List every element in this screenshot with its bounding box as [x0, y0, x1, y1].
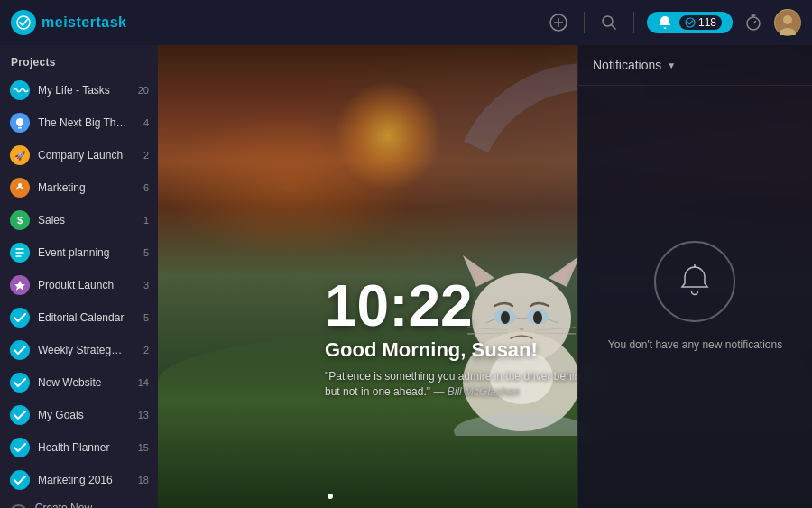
search-button[interactable] [597, 11, 621, 34]
svg-point-19 [10, 178, 30, 198]
svg-point-46 [454, 413, 589, 436]
topbar-actions: 118 [546, 9, 801, 36]
svg-line-5 [611, 25, 615, 30]
project-name: Sales [38, 214, 127, 226]
project-avatar [9, 242, 31, 263]
project-item[interactable]: My Life - Tasks 20 [0, 74, 158, 106]
svg-text:$: $ [17, 215, 23, 226]
svg-point-29 [10, 438, 30, 457]
project-avatar [9, 307, 31, 328]
create-project-icon: + [9, 504, 28, 508]
svg-rect-16 [18, 127, 22, 129]
svg-point-27 [10, 373, 30, 393]
create-project-button[interactable]: + Create New Project ··· [0, 496, 158, 508]
dot-indicator [328, 494, 333, 499]
project-count: 3 [134, 280, 149, 291]
main-content: 10:22 Good Morning, Susan! "Patience is … [158, 45, 812, 508]
svg-point-25 [10, 308, 30, 328]
project-avatar: 🚀 [9, 144, 31, 166]
project-name: Event planning [38, 246, 127, 259]
project-avatar [9, 112, 31, 134]
bell-circle [654, 241, 735, 322]
notifications-empty: You don't have any new notifications [590, 86, 800, 508]
project-item[interactable]: Marketing 6 [0, 171, 158, 204]
project-name: Health Planner [38, 441, 127, 454]
project-name: Produkt Launch [38, 279, 127, 291]
quote-author: — Bill McGlashen [433, 385, 519, 398]
project-name: Marketing [38, 181, 127, 194]
project-name: Company Launch [38, 149, 127, 162]
project-item[interactable]: The Next Big Thing 4 [0, 106, 158, 139]
svg-point-26 [10, 340, 30, 360]
logo-text: meistertask [42, 14, 126, 31]
notification-badge: 118 [679, 15, 722, 30]
project-count: 18 [134, 475, 149, 485]
notifications-panel: Notifications ▼ You don't have any new n… [577, 45, 812, 508]
sun-glow [334, 81, 442, 189]
project-count: 5 [134, 247, 149, 258]
project-count: 13 [134, 410, 149, 420]
project-name: My Goals [38, 409, 127, 421]
notification-button[interactable]: 118 [647, 12, 733, 33]
notifications-header: Notifications ▼ [578, 45, 812, 86]
project-avatar [9, 404, 31, 426]
time-display: 10:22 Good Morning, Susan! "Patience is … [325, 277, 614, 400]
project-item[interactable]: Produkt Launch 3 [0, 269, 158, 301]
topbar-divider2 [633, 12, 634, 33]
topbar-divider [584, 12, 585, 33]
topbar: meistertask 118 [0, 0, 812, 45]
more-button[interactable]: ··· [130, 503, 149, 508]
project-count: 14 [134, 377, 149, 388]
project-count: 4 [134, 117, 149, 128]
project-item[interactable]: $ Sales 1 [0, 204, 158, 236]
project-count: 15 [134, 442, 149, 453]
logo-area: meistertask [11, 10, 169, 35]
svg-line-10 [753, 21, 756, 23]
svg-point-28 [10, 405, 30, 425]
notifications-title: Notifications [593, 58, 661, 72]
project-count: 2 [134, 345, 149, 356]
project-item[interactable]: Weekly Strategy Mee... 2 [0, 334, 158, 366]
notifications-chevron[interactable]: ▼ [667, 60, 676, 70]
project-count: 20 [134, 85, 149, 96]
svg-point-6 [686, 18, 695, 27]
project-item[interactable]: 🚀 Company Launch 2 [0, 139, 158, 171]
project-name: New Website [38, 376, 127, 389]
svg-point-20 [18, 183, 22, 187]
dot-1[interactable] [328, 494, 333, 499]
project-avatar [9, 469, 31, 491]
projects-list: My Life - Tasks 20 The Next Big Thing 4 … [0, 74, 158, 496]
svg-text:🚀: 🚀 [14, 150, 26, 162]
project-avatar [9, 79, 31, 101]
project-item[interactable]: New Website 14 [0, 366, 158, 399]
project-count: 5 [134, 312, 149, 323]
add-button[interactable] [546, 10, 571, 35]
projects-heading: Projects [0, 45, 158, 74]
project-item[interactable]: Marketing 2016 18 [0, 464, 158, 496]
main-layout: Projects My Life - Tasks 20 The Next Big… [0, 45, 812, 508]
project-avatar [9, 339, 31, 361]
greeting: Good Morning, Susan! [325, 338, 614, 362]
project-item[interactable]: Health Planner 15 [0, 431, 158, 464]
project-count: 6 [134, 182, 149, 193]
svg-point-12 [783, 15, 792, 24]
project-name: Weekly Strategy Mee... [38, 344, 127, 356]
project-name: My Life - Tasks [38, 84, 127, 97]
project-item[interactable]: Event planning 5 [0, 236, 158, 269]
quote: "Patience is something you admire in the… [325, 369, 614, 400]
timer-button[interactable] [742, 11, 765, 34]
project-name: Editorial Calendar [38, 311, 127, 324]
svg-point-14 [10, 80, 30, 100]
logo-icon [11, 10, 36, 35]
project-avatar: $ [9, 209, 31, 231]
project-item[interactable]: My Goals 13 [0, 399, 158, 431]
project-avatar [9, 274, 31, 296]
project-count: 1 [134, 215, 149, 226]
project-count: 2 [134, 150, 149, 161]
project-avatar [9, 372, 31, 393]
avatar[interactable] [774, 9, 801, 36]
project-item[interactable]: Editorial Calendar 5 [0, 301, 158, 334]
project-name: Marketing 2016 [38, 474, 127, 486]
project-avatar [9, 177, 31, 199]
sidebar: Projects My Life - Tasks 20 The Next Big… [0, 45, 158, 508]
